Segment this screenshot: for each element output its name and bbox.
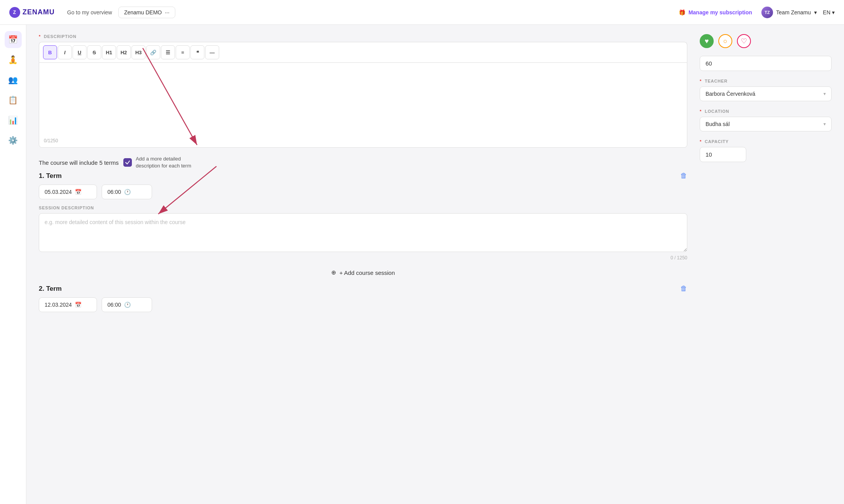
term-1-time-input[interactable]: 06:00 🕐 [102, 185, 152, 199]
sidebar-item-users[interactable]: 👥 [5, 71, 22, 88]
description-label: * DESCRIPTION [39, 34, 687, 39]
italic-button[interactable]: I [58, 45, 72, 59]
term-1-datetime-row: 05.03.2024 📅 06:00 🕐 [39, 185, 687, 199]
term-1-delete-button[interactable]: 🗑 [680, 172, 687, 180]
logo-text: ZENAMU [22, 8, 55, 16]
plus-circle-icon: ⊕ [331, 269, 336, 276]
term-2-datetime-row: 12.03.2024 📅 06:00 🕐 [39, 297, 687, 312]
capacity-label: * CAPACITY [700, 139, 832, 144]
calendar-icon-2: 📅 [75, 302, 81, 308]
capacity-60-field [700, 56, 832, 71]
location-chevron-icon: ▾ [823, 121, 826, 127]
sidebar-item-meditation[interactable]: 🧘 [5, 51, 22, 68]
teacher-field: * TEACHER Barbora Červenková ▾ [700, 79, 832, 101]
session-desc-label: SESSION DESCRIPTION [39, 205, 687, 210]
sidebar-item-calendar[interactable]: 📅 [5, 31, 22, 48]
terms-row: The course will include 5 terms Add a mo… [39, 155, 687, 169]
sidebar-item-clipboard[interactable]: 📋 [5, 91, 22, 109]
ul-button[interactable]: ☰ [161, 45, 175, 59]
main-content: * DESCRIPTION B I U S H1 H2 H3 🔗 ☰ ≡ ❝ —… [26, 25, 844, 328]
pink-heart-reaction[interactable]: ♡ [737, 34, 751, 48]
term-1-date-input[interactable]: 05.03.2024 📅 [39, 185, 97, 199]
detail-description-checkbox[interactable] [123, 158, 132, 167]
session-description-section: SESSION DESCRIPTION 0 / 1250 [39, 205, 687, 261]
location-field: * LOCATION Budha sál ▾ [700, 109, 832, 131]
green-heart-reaction[interactable]: ♥ [700, 34, 714, 48]
strikethrough-button[interactable]: S [87, 45, 101, 59]
term-1-date-value: 05.03.2024 [45, 189, 72, 195]
capacity-field: * CAPACITY [700, 139, 832, 162]
teacher-value: Barbora Červenková [706, 91, 755, 97]
h3-button[interactable]: H3 [131, 45, 145, 59]
description-editor[interactable]: 0/1250 [39, 62, 687, 148]
logo: Z ZENAMU [9, 7, 55, 18]
sidebar: 📅 🧘 👥 📋 📊 ⚙️ [0, 25, 26, 328]
language-selector[interactable]: EN ▾ [823, 9, 835, 16]
term-2-block: 2. Term 🗑 12.03.2024 📅 06:00 🕐 [39, 285, 687, 312]
add-course-session-button[interactable]: ⊕ + Add course session [39, 264, 687, 281]
term-2-time-input[interactable]: 06:00 🕐 [102, 297, 152, 312]
logo-icon: Z [9, 7, 20, 18]
location-value: Budha sál [706, 121, 730, 127]
workspace-more-icon: ··· [165, 9, 169, 16]
team-avatar: TZ [761, 7, 773, 18]
right-column: ♥ ○ ♡ * TEACHER Barbora Červenková ▾ * L… [700, 34, 832, 318]
sidebar-item-settings[interactable]: ⚙️ [5, 132, 22, 149]
capacity-input[interactable] [700, 147, 746, 162]
term-2-date-input[interactable]: 12.03.2024 📅 [39, 297, 97, 312]
h2-button[interactable]: H2 [117, 45, 131, 59]
reaction-icons: ♥ ○ ♡ [700, 34, 832, 48]
team-name: Team Zenamu [776, 9, 811, 16]
h1-button[interactable]: H1 [102, 45, 116, 59]
session-description-input[interactable] [39, 213, 687, 252]
add-session-label: + Add course session [339, 269, 395, 276]
term-1-time-value: 06:00 [107, 189, 121, 195]
top-nav: Z ZENAMU Go to my overview Zenamu DEMO ·… [0, 0, 844, 25]
workspace-name: Zenamu DEMO [124, 9, 162, 16]
workspace-button[interactable]: Zenamu DEMO ··· [118, 7, 175, 18]
overview-link[interactable]: Go to my overview [67, 9, 112, 16]
term-2-title: 2. Term [39, 285, 62, 293]
editor-toolbar: B I U S H1 H2 H3 🔗 ☰ ≡ ❝ — [39, 42, 687, 62]
term-1-header: 1. Term 🗑 [39, 172, 687, 180]
bold-button[interactable]: B [43, 45, 57, 59]
teacher-label: * TEACHER [700, 79, 832, 83]
left-column: * DESCRIPTION B I U S H1 H2 H3 🔗 ☰ ≡ ❝ —… [39, 34, 687, 318]
clock-icon: 🕐 [124, 189, 131, 195]
terms-text: The course will include 5 terms [39, 159, 119, 166]
sidebar-item-chart[interactable]: 📊 [5, 112, 22, 129]
checkmark-icon [125, 160, 130, 165]
location-select[interactable]: Budha sál ▾ [700, 117, 832, 131]
description-section: * DESCRIPTION B I U S H1 H2 H3 🔗 ☰ ≡ ❝ —… [39, 34, 687, 148]
lang-label: EN [823, 9, 830, 16]
checkbox-wrapper: Add a more detailed description for each… [123, 155, 206, 169]
link-button[interactable]: 🔗 [146, 45, 160, 59]
description-char-count: 0/1250 [44, 138, 58, 143]
term-2-delete-button[interactable]: 🗑 [680, 285, 687, 293]
capacity-60-input[interactable] [700, 56, 832, 71]
term-2-time-value: 06:00 [107, 302, 121, 308]
session-char-count: 0 / 1250 [39, 255, 687, 261]
teacher-select[interactable]: Barbora Červenková ▾ [700, 86, 832, 101]
chevron-down-icon: ▾ [814, 9, 817, 16]
orange-circle-reaction[interactable]: ○ [718, 34, 732, 48]
hr-button[interactable]: — [205, 45, 219, 59]
location-label: * LOCATION [700, 109, 832, 114]
manage-subscription-button[interactable]: 🎁 Manage my subscription [679, 9, 752, 16]
clock-icon-2: 🕐 [124, 302, 131, 308]
gift-icon: 🎁 [679, 9, 685, 16]
term-2-header: 2. Term 🗑 [39, 285, 687, 293]
term-2-date-value: 12.03.2024 [45, 302, 72, 308]
manage-sub-label: Manage my subscription [688, 9, 752, 16]
term-1-title: 1. Term [39, 172, 62, 180]
underline-button[interactable]: U [73, 45, 86, 59]
checkbox-label: Add a more detailed description for each… [136, 155, 206, 169]
quote-button[interactable]: ❝ [190, 45, 204, 59]
ol-button[interactable]: ≡ [176, 45, 190, 59]
term-1-block: 1. Term 🗑 05.03.2024 📅 06:00 🕐 SESSION D… [39, 172, 687, 281]
lang-chevron-icon: ▾ [832, 9, 835, 16]
teacher-chevron-icon: ▾ [823, 91, 826, 97]
calendar-icon: 📅 [75, 189, 81, 195]
team-button[interactable]: TZ Team Zenamu ▾ [761, 7, 816, 18]
required-star: * [39, 34, 41, 39]
